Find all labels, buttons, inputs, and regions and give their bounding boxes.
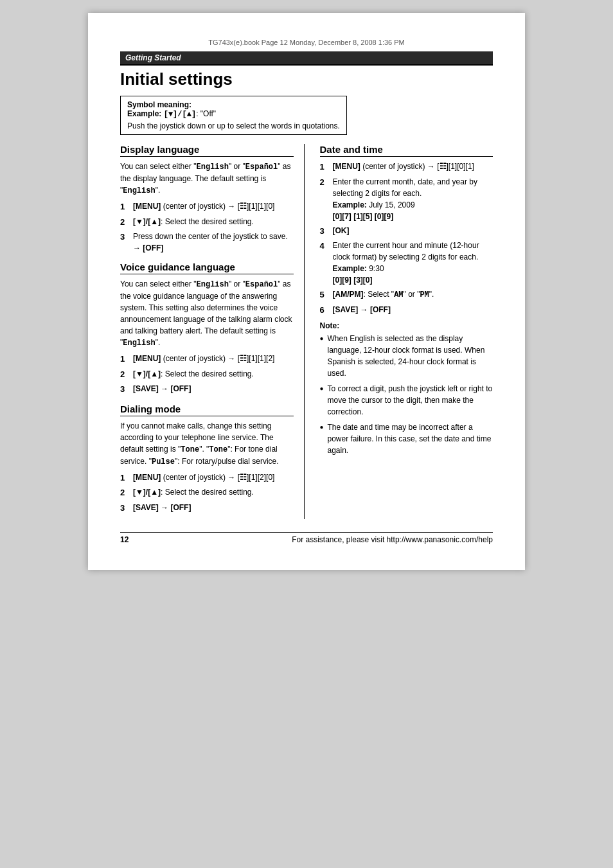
note-title: Note: [320, 321, 493, 330]
step-item: 2 [▼]/[▲]: Select the desired setting. [120, 368, 294, 381]
step-num: 1 [120, 353, 129, 366]
symbol-box-example: Example: [▼]/[▲]: "Off" [127, 109, 340, 119]
step-content: [OK] [333, 225, 493, 238]
top-rule [120, 64, 493, 66]
step-content: Enter the current month, date, and year … [333, 176, 493, 222]
step-content: Press down the center of the joystick to… [133, 231, 294, 254]
symbol-box-title: Symbol meaning: [127, 100, 340, 109]
step-num: 4 [320, 240, 329, 286]
step-content: [MENU] (center of joystick) → [☷][1][1][… [133, 200, 294, 213]
step-item: 3 [OK] [320, 225, 493, 238]
step-num: 2 [120, 216, 129, 229]
display-language-steps: 1 [MENU] (center of joystick) → [☷][1][1… [120, 200, 294, 254]
step-num: 1 [120, 200, 129, 213]
date-time-title: Date and time [320, 144, 493, 157]
step-item: 1 [MENU] (center of joystick) → [☷][1][1… [120, 200, 294, 213]
step-content: Enter the current hour and minute (12-ho… [333, 240, 493, 286]
step-item: 5 [AM/PM]: Select "AM" or "PM". [320, 288, 493, 301]
symbol-box-desc: Push the joystick down or up to select t… [127, 121, 340, 130]
step-num: 1 [320, 161, 329, 173]
step-num: 2 [120, 486, 129, 499]
col-right: Date and time 1 [MENU] (center of joysti… [317, 144, 493, 519]
step-num: 3 [120, 502, 129, 515]
symbol-box: Symbol meaning: Example: [▼]/[▲]: "Off" … [120, 96, 347, 135]
step-num: 2 [320, 176, 329, 222]
step-num: 3 [120, 383, 129, 396]
display-language-title: Display language [120, 144, 294, 157]
footer-assistance: For assistance, please visit http://www.… [292, 535, 493, 544]
dialing-mode-steps: 1 [MENU] (center of joystick) → [☷][1][2… [120, 472, 294, 515]
col-left: Display language You can select either "… [120, 144, 305, 519]
step-num: 3 [120, 231, 129, 254]
symbol-example-keys: [▼]/[▲] [164, 110, 196, 119]
step-content: [AM/PM]: Select "AM" or "PM". [333, 288, 493, 301]
step-content: [SAVE] → [OFF] [333, 304, 493, 317]
step-content: [▼]/[▲]: Select the desired setting. [133, 216, 294, 229]
note-list: When English is selected as the display … [320, 333, 493, 456]
step-item: 4 Enter the current hour and minute (12-… [320, 240, 493, 286]
step-item: 1 [MENU] (center of joystick) → [☷][1][1… [120, 353, 294, 366]
note-item: When English is selected as the display … [320, 333, 493, 379]
step-item: 2 [▼]/[▲]: Select the desired setting. [120, 486, 294, 499]
section-banner: Getting Started [120, 51, 493, 64]
page: TG743x(e).book Page 12 Monday, December … [88, 13, 525, 570]
two-col-layout: Display language You can select either "… [120, 144, 493, 519]
display-language-intro: You can select either "English" or "Espa… [120, 161, 294, 197]
step-content: [▼]/[▲]: Select the desired setting. [133, 368, 294, 381]
step-content: [SAVE] → [OFF] [133, 383, 294, 396]
step-item: 3 [SAVE] → [OFF] [120, 502, 294, 515]
step-num: 5 [320, 288, 329, 301]
date-time-steps: 1 [MENU] (center of joystick) → [☷][1][0… [320, 161, 493, 316]
step-item: 2 Enter the current month, date, and yea… [320, 176, 493, 222]
step-content: [MENU] (center of joystick) → [☷][1][2][… [133, 472, 294, 484]
note-item: To correct a digit, push the joystick le… [320, 383, 493, 418]
step-item: 2 [▼]/[▲]: Select the desired setting. [120, 216, 294, 229]
voice-guidance-intro: You can select either "English" or "Espa… [120, 278, 294, 349]
voice-guidance-title: Voice guidance language [120, 261, 294, 274]
step-num: 2 [120, 368, 129, 381]
page-number: 12 [120, 535, 129, 544]
step-content: [SAVE] → [OFF] [133, 502, 294, 515]
page-title: Initial settings [120, 69, 493, 89]
step-content: [MENU] (center of joystick) → [☷][1][1][… [133, 353, 294, 366]
step-item: 6 [SAVE] → [OFF] [320, 304, 493, 317]
step-num: 6 [320, 304, 329, 317]
step-content: [▼]/[▲]: Select the desired setting. [133, 486, 294, 499]
step-num: 3 [320, 225, 329, 238]
dialing-mode-intro: If you cannot make calls, change this se… [120, 420, 294, 468]
step-num: 1 [120, 472, 129, 484]
note-item: The date and time may be incorrect after… [320, 421, 493, 456]
step-item: 3 [SAVE] → [OFF] [120, 383, 294, 396]
voice-guidance-steps: 1 [MENU] (center of joystick) → [☷][1][1… [120, 353, 294, 396]
note-section: Note: When English is selected as the di… [320, 321, 493, 456]
page-footer: 12 For assistance, please visit http://w… [120, 532, 493, 544]
step-item: 3 Press down the center of the joystick … [120, 231, 294, 254]
step-item: 1 [MENU] (center of joystick) → [☷][1][2… [120, 472, 294, 484]
symbol-example-value: : "Off" [196, 109, 216, 118]
dialing-mode-title: Dialing mode [120, 403, 294, 416]
symbol-example-label: Example: [127, 109, 161, 118]
step-content: [MENU] (center of joystick) → [☷][1][0][… [333, 161, 493, 173]
step-item: 1 [MENU] (center of joystick) → [☷][1][0… [320, 161, 493, 173]
header-meta: TG743x(e).book Page 12 Monday, December … [120, 39, 493, 46]
